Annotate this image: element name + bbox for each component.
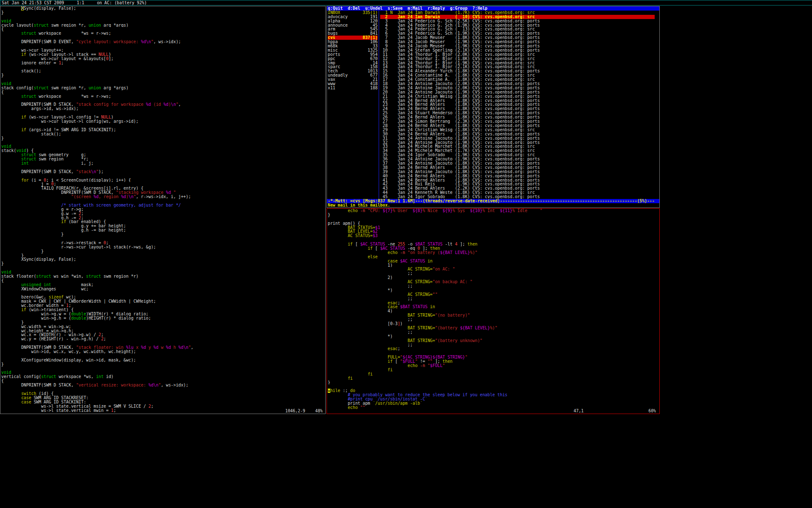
code-line: if [ "$FULL" != "" ]; then [328,359,659,364]
code-line: void [1,370,325,375]
message-row[interactable]: 41 Jan 24 Bernd Ahlers (1.8K) CVS: cvs.o… [380,178,540,182]
code-line: ;; [328,284,659,288]
sidebar-blank [328,195,378,199]
message-row[interactable]: 39 Jan 24 Antoine Jacouto (1.8K) CVS: cv… [380,170,540,174]
message-row[interactable]: 28 Jan 24 Bernd Ahlers (1.8K) CVS: cvs.o… [380,124,540,128]
code-line: { [1,90,325,94]
code-line: [0-3]) [328,322,659,326]
mailbox-item-undeadly[interactable]: undeadly 677 [328,73,378,77]
message-row[interactable]: 29 Jan 24 Christian Weisg (1.8K) CVS: cv… [380,128,535,132]
message-row[interactable]: 30 Jan 24 Bernd Ahlers (1.8K) CVS: cvs.o… [380,132,540,136]
message-row[interactable]: 31 Jan 24 Antoine Jacouto (1.8K) CVS: cv… [380,136,540,141]
mailbox-item-misc[interactable]: misc 1325 [328,48,378,52]
mailbox-item-tech[interactable]: tech 1013 [328,69,378,73]
message-row[interactable]: 27 Jan 24 Simon Bertrang (2.3K) CVS: cvs… [380,119,540,124]
message-row[interactable]: 25 Jan 24 Stuart Henderso (1.8K) CVS: cv… [380,111,540,115]
code-line: wc.height = win->g.h; [1,329,325,333]
message-row[interactable]: 43 Jan 24 Bernd Ahlers (2.2K) CVS: cvs.o… [380,186,540,190]
message-row[interactable]: 21 Jan 24 Christian Weisg (1.8K) CVS: cv… [380,94,540,99]
code-line: } [1,249,325,254]
mailbox-item-ppc[interactable]: ppc 670 [328,57,378,61]
message-row[interactable]: 35 Jan 24 Igor Sobrado (1.9K) CVS: cvs.o… [380,153,535,157]
mutt-row: | 38 Jan 24 Bernd Ahlers (1.8K) CVS: cvs… [327,166,659,170]
message-row[interactable]: 16 Jan 24 Constantine A. (1.8K) CVS: cvs… [380,73,535,77]
mailbox-item-bugs[interactable]: bugs 841 [328,31,378,36]
mutt-row: smp 14| 13 Jan 24 Thordur I. Bjor (1.9K)… [327,61,659,65]
message-row[interactable]: 4 Jan 24 Federico G. Sch (1.9K) CVS: cvs… [380,23,540,28]
message-row[interactable]: 6 Jan 24 Federico G. Sch (1.9K) CVS: cvs… [380,31,540,36]
mutt-window[interactable]: q:Quit d:Del u:Undel s:Save m:Mail r:Rep… [326,6,660,208]
code-line: AC_STRING="" [328,293,659,297]
message-row[interactable]: 17 Jan 24 Constantine A. (1.8K) CVS: cvs… [380,77,535,82]
message-row[interactable]: 3 Jan 24 Federico G. Sch (2.5K) CVS: cvs… [380,19,540,23]
mailbox-item-announce[interactable]: announce 45 [328,23,378,28]
code-area[interactable]: echo -n "CPU: ${7}% User ${8}% Nice ${9}… [327,209,659,410]
code-area[interactable]: XSync(display, False);} voidcycle_layout… [0,6,325,412]
mailbox-item-cvs[interactable]: cvs 837(1) [328,36,378,40]
mailbox-item-vax[interactable]: vax 21 [328,77,378,82]
mailbox-item-x11[interactable]: x11 188 [328,86,378,90]
message-row[interactable]: 7 Jan 24 Jacob Meuser (1.8K) CVS: cvs.op… [380,36,540,40]
mailbox-item-www[interactable]: www 418 [328,82,378,86]
message-row[interactable]: 11 Jan 24 Thordur I. Bjor (2.0K) CVS: cv… [380,52,535,57]
mailbox-item-m68k[interactable]: m68k 33 [328,44,378,48]
message-row[interactable]: 2 Jan 24 Ian Darwin ( 10) CVS: cvs.openb… [380,15,655,19]
editor-window-c-source[interactable]: XSync(display, False);} voidcycle_layout… [0,6,326,414]
mutt-row: arm 545| 5 Jan 24 Federico G. Sch ( 13) … [327,27,659,31]
mailbox-item-sparc[interactable]: sparc 158 [328,65,378,69]
message-row[interactable]: 42 Jan 24 Rui Reis (1.9K) CVS: cvs.openb… [380,182,540,186]
code-line: echo -n "$FULL" [328,364,659,368]
message-row[interactable]: 15 Jan 24 Alexander Yurch (1.8K) CVS: cv… [380,69,540,73]
message-row[interactable]: 18 Jan 24 Antoine Jacouto (2.0K) CVS: cv… [380,82,540,86]
code-line [1,44,325,48]
code-line: BAT_STRING="(battery ${BAT_LEVEL}%)" [328,326,659,330]
message-row[interactable]: 22 Jan 24 Bernd Ahlers (1.8K) CVS: cvs.o… [380,99,540,103]
mailbox-item-alpha[interactable]: alpha 120 [328,19,378,23]
code-line [1,15,325,19]
mutt-row: | 36 Jan 24 Antoine Jacouto (1.9K) CVS: … [327,157,659,161]
message-row[interactable]: 8 Jan 24 Jacob Meuser (1.9K) CVS: cvs.op… [380,40,540,44]
mutt-row: | 42 Jan 24 Rui Reis (1.9K) CVS: cvs.ope… [327,182,659,186]
message-row[interactable]: 40 Jan 24 Bernd Ahlers (1.8K) CVS: cvs.o… [380,174,540,178]
message-row[interactable]: 5 Jan 24 Federico G. Sch ( 13) CVS: cvs.… [380,27,535,31]
mutt-row: | 45 Jan 24 Igor Sobrado (1.8K) CVS: cvs… [327,195,659,199]
editor-window-shell-script[interactable]: echo -n "CPU: ${7}% User ${8}% Nice ${9}… [326,208,660,414]
code-line: g.w -= 2; [1,212,325,216]
message-row[interactable]: 36 Jan 24 Antoine Jacouto (1.9K) CVS: cv… [380,157,540,161]
code-line: if (ws->cur_layout->l_config != NULL) [1,115,325,119]
message-row[interactable]: 23 Jan 24 Bernd Ahlers (1.8K) CVS: cvs.o… [380,102,540,107]
code-line: bzero(&wc, sizeof wc); [1,295,325,299]
message-row[interactable]: 24 Jan 24 Bernd Ahlers (1.8K) CVS: cvs.o… [380,107,540,111]
code-line: wc.x = (WIDTH(r) - win->g.w) / 2; [1,333,325,337]
message-row[interactable]: 20 Jan 24 Antoine Jacouto (1.9K) CVS: cv… [380,90,540,94]
message-row[interactable]: 37 Jan 24 Antoine Jacouto (1.8K) CVS: cv… [380,161,540,166]
code-line: } [1,262,325,266]
message-row[interactable]: 9 Jan 24 Jacob Meuser (1.9K) CVS: cvs.op… [380,44,540,48]
message-row[interactable]: 45 Jan 24 Igor Sobrado (1.8K) CVS: cvs.o… [380,195,540,199]
message-row[interactable]: 38 Jan 24 Bernd Ahlers (1.8K) CVS: cvs.o… [380,166,540,170]
message-row[interactable]: 26 Jan 24 Bernd Ahlers (1.8K) CVS: cvs.o… [380,115,540,119]
mailbox-item-arm[interactable]: arm 545 [328,27,378,31]
message-row[interactable]: 12 Jan 24 Thordur I. Bjor (1.8K) CVS: cv… [380,57,535,61]
mailbox-item-hppa[interactable]: hppa 106 [328,40,378,44]
code-line: unsigned int mask; [1,283,325,287]
code-line: } [1,232,325,237]
mailbox-item-ports[interactable]: ports 954 [328,52,378,57]
message-row[interactable]: 19 Jan 24 Antoine Jacouto (2.0K) CVS: cv… [380,86,540,90]
code-line [328,384,659,389]
message-row[interactable]: 10 Jan 24 Stefan Sperling (2.1K) CVS: cv… [380,48,540,52]
message-row[interactable]: 32 Jan 24 Antoine Jacouto (1.9K) CVS: cv… [380,141,540,145]
sidebar-blank [328,144,378,149]
message-row[interactable]: 44 Jan 24 Kenneth R Weste (1.8K) CVS: cv… [380,190,535,195]
code-line: fi [328,376,659,381]
message-row[interactable]: 14 Jan 24 Thordur I. Bjor (2.1K) CVS: cv… [380,65,535,69]
message-row[interactable]: 33 Jan 24 Michele Marchet (1.8K) CVS: cv… [380,144,535,149]
code-line: switch (id) { [1,392,325,396]
message-row[interactable]: 1 N Jan 24 Ian Darwin (1.7K) CVS: cvs.op… [380,11,535,15]
mailbox-item-advocacy[interactable]: advocacy 191 [328,15,378,19]
mailbox-item-inbox[interactable]: INBOX 335(1) [328,11,378,15]
mailbox-item-smp[interactable]: smp 14 [328,61,378,65]
message-row[interactable]: 13 Jan 24 Thordur I. Bjor (1.9K) CVS: cv… [380,61,535,65]
mutt-index[interactable]: INBOX 335(1)| 1 N Jan 24 Ian Darwin (1.7… [327,11,659,199]
message-row[interactable]: 34 Jan 24 Michele Marchet (1.7K) CVS: cv… [380,149,535,153]
